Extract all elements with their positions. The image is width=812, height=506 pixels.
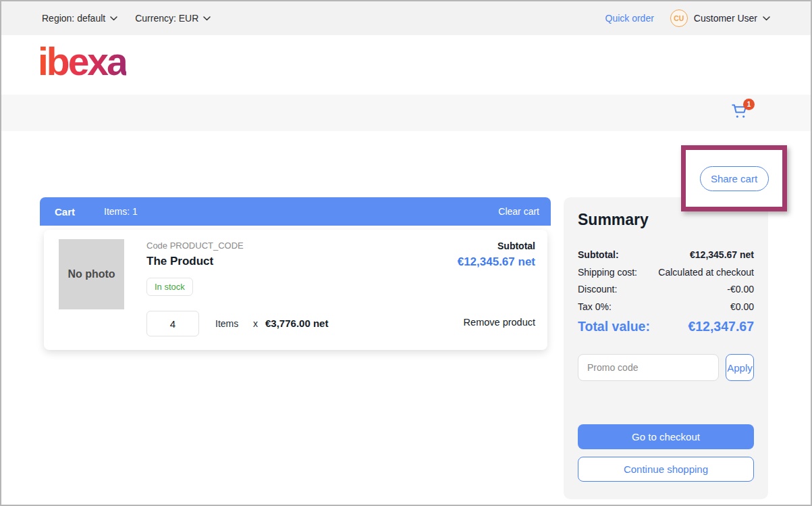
promo-row: Apply [578, 354, 754, 381]
quantity-input[interactable] [146, 311, 199, 336]
apply-promo-button[interactable]: Apply [726, 354, 754, 381]
topbar-right: Quick order CU Customer User [605, 9, 771, 27]
cart-page: Region: default Currency: EUR Quick orde… [0, 0, 812, 506]
summary-row-discount: Discount: -€0.00 [578, 281, 754, 299]
ibexa-logo[interactable]: ibexa [38, 41, 126, 83]
summary-row-value: -€0.00 [727, 281, 754, 299]
total-value-label: Total value: [578, 319, 650, 334]
summary-panel: Summary Subtotal: €12,345.67 net Shippin… [564, 197, 768, 499]
topbar: Region: default Currency: EUR Quick orde… [1, 1, 811, 35]
product-name: The Product [146, 255, 213, 268]
summary-row-value: €0.00 [730, 299, 754, 316]
quick-order-link[interactable]: Quick order [605, 13, 654, 24]
summary-row-label: Discount: [578, 281, 617, 299]
multiplier-label: x [253, 318, 258, 329]
topbar-left: Region: default Currency: EUR [42, 13, 228, 24]
summary-row-subtotal: Subtotal: €12,345.67 net [578, 247, 754, 264]
logo-section: ibexa [1, 35, 811, 95]
stock-badge: In stock [146, 278, 193, 296]
promo-code-input[interactable] [578, 354, 719, 381]
avatar[interactable]: CU [670, 9, 688, 27]
chevron-down-icon [203, 16, 211, 21]
continue-shopping-button[interactable]: Continue shopping [578, 457, 754, 482]
chevron-down-icon [763, 16, 770, 21]
shop-navbar: 1 [1, 95, 811, 131]
region-label: Region: default [42, 13, 105, 24]
cart-panel-header: Cart Items: 1 Clear cart [40, 197, 551, 226]
cart-icon-button[interactable]: 1 [730, 102, 750, 122]
currency-label: Currency: EUR [135, 13, 198, 24]
cart-items-count: Items: 1 [104, 206, 138, 217]
cart-badge: 1 [743, 99, 755, 110]
summary-row-label: Tax 0%: [578, 299, 612, 316]
total-value-amount: €12,347.67 [688, 319, 754, 334]
user-menu[interactable]: Customer User [694, 13, 770, 24]
cart-title: Cart [55, 206, 75, 218]
summary-row-shipping: Shipping cost: Calculated at checkout [578, 264, 754, 282]
summary-row-value: Calculated at checkout [658, 264, 754, 282]
cart-icon [731, 112, 749, 122]
no-photo-label: No photo [67, 268, 115, 280]
product-photo-placeholder: No photo [59, 239, 124, 309]
summary-rows: Subtotal: €12,345.67 net Shipping cost: … [578, 247, 754, 315]
user-name: Customer User [694, 13, 757, 24]
clear-cart-button[interactable]: Clear cart [498, 206, 539, 217]
product-card: No photo Code PRODUCT_CODE The Product I… [44, 230, 547, 350]
share-cart-button[interactable]: Share cart [700, 166, 769, 191]
chevron-down-icon [110, 16, 117, 21]
summary-row-label: Shipping cost: [578, 264, 637, 282]
region-dropdown[interactable]: Region: default [42, 13, 117, 24]
summary-row-label: Subtotal: [578, 247, 619, 264]
annotation-highlight-box: Share cart [681, 145, 787, 211]
summary-row-value: €12,345.67 net [690, 247, 754, 264]
currency-dropdown[interactable]: Currency: EUR [135, 13, 211, 24]
product-subtotal-label: Subtotal [497, 241, 535, 251]
quantity-unit-label: Items [215, 318, 238, 329]
product-subtotal-value: €12,345.67 net [458, 255, 535, 269]
unit-price: €3,776.00 net [265, 318, 328, 329]
total-value-row: Total value: €12,347.67 [578, 319, 754, 334]
summary-title: Summary [578, 211, 754, 229]
summary-row-tax: Tax 0%: €0.00 [578, 299, 754, 316]
remove-product-button[interactable]: Remove product [464, 317, 535, 328]
product-code: Code PRODUCT_CODE [146, 241, 244, 251]
go-to-checkout-button[interactable]: Go to checkout [578, 424, 754, 449]
